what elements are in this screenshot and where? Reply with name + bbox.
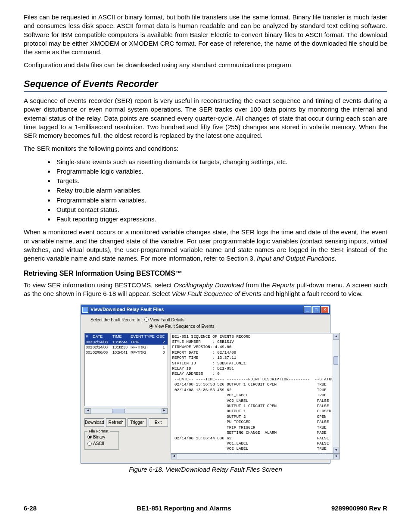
radio-ascii[interactable] xyxy=(87,442,92,446)
subsection-heading: Retrieving SER Information Using BESTCOM… xyxy=(24,269,387,278)
paragraph-2: Configuration and data files can be down… xyxy=(24,61,387,69)
fault-list[interactable]: # DATE TIME EVENT TYPE OSC 00302/14/0813… xyxy=(84,333,168,406)
close-button[interactable]: × xyxy=(321,306,329,313)
textarea-hscroll[interactable]: ◄ ► xyxy=(171,454,340,460)
fault-row[interactable]: 00202/14/0813:33:33RF-TRIG1 xyxy=(85,345,168,350)
download-button[interactable]: Download xyxy=(84,418,104,427)
radio-ascii-label: ASCII xyxy=(93,441,104,447)
file-format-group: File Format Binary ASCII xyxy=(84,431,119,450)
paragraph-4: The SER monitors the following points an… xyxy=(24,144,387,153)
radio-binary[interactable] xyxy=(87,435,92,439)
page-footer: 6-28 BE1-851 Reporting and Alarms 928990… xyxy=(24,504,387,513)
list-item: Fault reporting trigger expressions. xyxy=(55,215,387,224)
doc-revision: 9289900990 Rev R xyxy=(331,504,387,513)
radio-binary-label: Binary xyxy=(93,434,105,440)
list-item: Targets. xyxy=(55,177,387,185)
paragraph-3: A sequence of events recorder (SER) repo… xyxy=(24,96,387,140)
exit-button[interactable]: Exit xyxy=(149,418,168,427)
refresh-button[interactable]: Refresh xyxy=(106,418,125,427)
titlebar[interactable]: View/Download Relay Fault Files _ □ × xyxy=(81,305,330,314)
minimize-button[interactable]: _ xyxy=(304,306,311,313)
radio-fault-details[interactable] xyxy=(144,317,149,322)
figure-caption: Figure 6-18. View/Download Relay Fault F… xyxy=(81,465,330,474)
paragraph-5: When a monitored event occurs or a monit… xyxy=(24,228,387,263)
fault-row[interactable]: 00302/14/0813:35:44TRIP2 xyxy=(85,339,168,345)
scroll-thumb[interactable] xyxy=(112,409,125,413)
section-heading: Sequence of Events Recorder xyxy=(24,78,387,93)
fault-row[interactable]: 00102/06/0810:54:41RF-TRIG0 xyxy=(85,350,168,355)
trigger-button[interactable]: Trigger xyxy=(128,418,147,427)
ser-text-output[interactable]: BE1-851 SEQUENCE OF EVENTS RECORD STYLE … xyxy=(171,333,340,454)
scroll-up-icon[interactable]: ▲ xyxy=(333,334,339,340)
fault-list-header: # DATE TIME EVENT TYPE OSC xyxy=(85,333,168,339)
paragraph-6: To view SER information using BESTCOMS, … xyxy=(24,281,387,299)
select-label: Select the Fault Record to : xyxy=(90,317,143,323)
scroll-thumb[interactable] xyxy=(333,356,338,365)
window-title: View/Download Relay Fault Files xyxy=(90,306,304,313)
list-item: Single-state events such as resetting de… xyxy=(55,158,387,166)
footer-title: BE1-851 Reporting and Alarms xyxy=(137,504,231,513)
monitor-list: Single-state events such as resetting de… xyxy=(55,158,387,224)
maximize-button[interactable]: □ xyxy=(312,306,320,313)
radio-fault-seq[interactable] xyxy=(149,324,153,329)
scroll-down-icon[interactable]: ▼ xyxy=(333,448,339,454)
paragraph-1: Files can be requested in ASCII or binar… xyxy=(24,13,387,56)
scroll-right-icon[interactable]: ► xyxy=(162,408,168,414)
scroll-left-icon[interactable]: ◄ xyxy=(171,454,177,459)
list-item: Relay trouble alarm variables. xyxy=(55,186,387,195)
radio-fault-seq-label: View Fault Sequence of Events xyxy=(155,324,215,330)
list-item: Output contact status. xyxy=(55,205,387,214)
textarea-vscroll[interactable]: ▲▼ xyxy=(333,334,339,454)
list-item: Programmable logic variables. xyxy=(55,167,387,176)
list-item: Programmable alarm variables. xyxy=(55,196,387,205)
page-number: 6-28 xyxy=(24,504,37,513)
scroll-left-icon[interactable]: ◄ xyxy=(85,408,91,414)
radio-fault-details-label: View Fault Details xyxy=(150,317,184,323)
file-format-legend: File Format xyxy=(87,429,110,434)
fault-list-hscroll[interactable]: ◄ ► xyxy=(84,408,168,414)
app-icon xyxy=(82,307,88,313)
scroll-right-icon[interactable]: ► xyxy=(333,454,339,459)
app-window: View/Download Relay Fault Files _ □ × Se… xyxy=(81,305,330,464)
